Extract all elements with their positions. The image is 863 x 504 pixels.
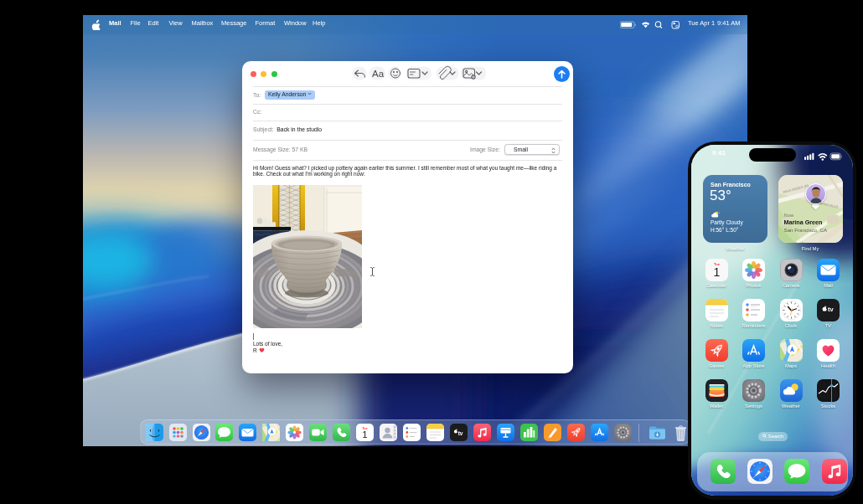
svg-text:1: 1 xyxy=(713,265,720,279)
svg-text:1: 1 xyxy=(363,429,368,440)
svg-text:tv: tv xyxy=(458,430,463,436)
svg-text:Aa: Aa xyxy=(372,69,385,79)
svg-text:tv: tv xyxy=(828,306,834,313)
